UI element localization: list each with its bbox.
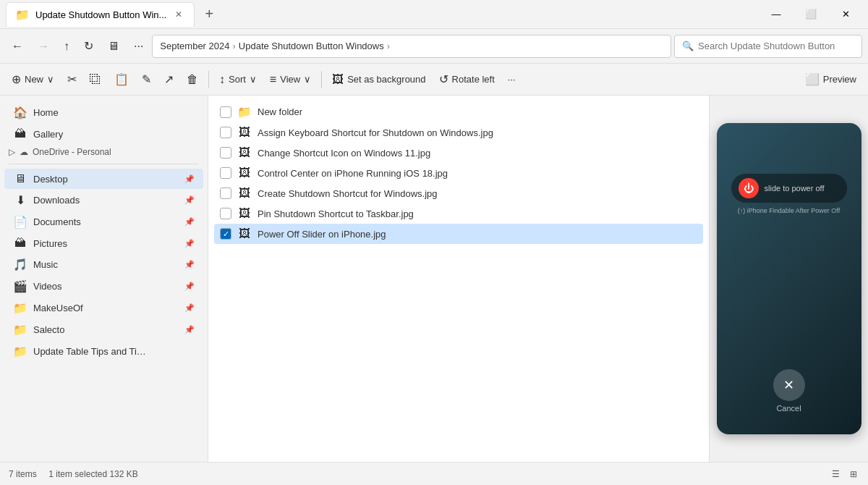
new-tab-button[interactable]: + (199, 4, 219, 24)
documents-icon: 📄 (13, 215, 27, 229)
copy-button[interactable]: ⿻ (84, 67, 107, 92)
paste-button[interactable]: 📋 (109, 67, 135, 92)
up-button[interactable]: ↑ (58, 35, 75, 57)
list-item[interactable]: 📁 New folder (214, 101, 703, 122)
file-checkbox[interactable] (220, 167, 231, 179)
file-checkbox[interactable] (220, 127, 231, 138)
search-box[interactable]: 🔍 (674, 35, 862, 58)
image-icon: 🖼 (237, 227, 252, 240)
minimize-button[interactable]: — (760, 4, 793, 25)
sort-dropdown-icon: ∨ (250, 74, 257, 85)
back-button[interactable]: ← (6, 35, 29, 57)
slide-to-power-off-text: slide to power off (765, 184, 825, 193)
file-checkbox[interactable] (220, 147, 231, 159)
list-view-icon[interactable]: ☰ (830, 467, 842, 481)
file-name: Create Shutdown Shortcut for Windows.jpg (258, 188, 438, 199)
sidebar-item-home[interactable]: 🏠 Home (4, 102, 203, 123)
sidebar-group-onedrive[interactable]: ▷ ☁ OneDrive - Personal (0, 145, 208, 159)
refresh-button[interactable]: ↻ (78, 35, 99, 57)
list-item[interactable]: ✓ 🖼 Power Off Slider on iPhone.jpg (214, 224, 703, 244)
set-background-button[interactable]: 🖼 Set as background (326, 67, 431, 92)
onedrive-label: OneDrive - Personal (33, 147, 111, 157)
downloads-pin-icon: 📌 (184, 195, 195, 205)
set-background-label: Set as background (347, 74, 425, 85)
more-options-button[interactable]: ··· (502, 67, 522, 92)
sidebar-item-salecto[interactable]: 📁 Salecto 📌 (4, 319, 203, 340)
sidebar-item-videos[interactable]: 🎬 Videos 📌 (4, 276, 203, 297)
list-item[interactable]: 🖼 Assign Keyboard Shortcut for Shutdown … (214, 122, 703, 143)
rename-button[interactable]: ✎ (136, 67, 157, 92)
delete-button[interactable]: 🗑 (181, 67, 204, 92)
search-input[interactable] (698, 41, 854, 51)
cancel-label: Cancel (776, 404, 801, 413)
preview-label: Preview (823, 74, 856, 85)
file-checkbox[interactable] (220, 106, 231, 118)
list-item[interactable]: 🖼 Change Shortcut Icon on Windows 11.jpg (214, 143, 703, 163)
sidebar-item-desktop[interactable]: 🖥 Desktop 📌 (4, 169, 203, 189)
paste-icon: 📋 (114, 72, 129, 86)
cut-button[interactable]: ✂ (61, 67, 82, 92)
list-item[interactable]: 🖼 Pin Shutdown Shortcut to Taskbar.jpg (214, 203, 703, 224)
pictures-icon: 🏔 (13, 237, 27, 250)
sidebar-item-downloads[interactable]: ⬇ Downloads 📌 (4, 190, 203, 211)
sidebar-downloads-label: Downloads (33, 195, 179, 206)
rotate-left-button[interactable]: ↺ Rotate left (433, 67, 501, 92)
music-icon: 🎵 (13, 258, 27, 271)
close-button[interactable]: ✕ (829, 4, 862, 25)
status-info: 7 items 1 item selected 132 KB (9, 469, 138, 479)
preview-button[interactable]: ⬜ Preview (799, 67, 862, 92)
preview-icon: ⬜ (805, 72, 820, 86)
rotate-left-label: Rotate left (452, 74, 495, 85)
sort-button[interactable]: ↕ Sort ∨ (213, 67, 263, 92)
salecto-pin-icon: 📌 (184, 325, 195, 334)
list-item[interactable]: 🖼 Create Shutdown Shortcut for Windows.j… (214, 183, 703, 203)
breadcrumb-folder[interactable]: Update Shutdown Button Windows (239, 41, 384, 51)
item-count: 7 items (9, 469, 37, 479)
file-checkbox[interactable]: ✓ (220, 228, 231, 240)
music-pin-icon: 📌 (184, 260, 195, 269)
active-tab[interactable]: 📁 Update Shutdown Button Win... ✕ (6, 2, 195, 27)
file-name: Pin Shutdown Shortcut to Taskbar.jpg (258, 208, 414, 219)
desktop-pin-icon: 📌 (184, 174, 195, 184)
grid-view-icon[interactable]: ⊞ (848, 467, 859, 481)
sidebar-item-updatetable[interactable]: 📁 Update Table Tips and Tips in Wor... (4, 341, 203, 362)
share-button[interactable]: ↗ (158, 67, 179, 92)
tab-close-button[interactable]: ✕ (172, 8, 185, 21)
folder-icon: 📁 (237, 105, 252, 119)
downloads-icon: ⬇ (13, 193, 27, 207)
videos-icon: 🎬 (13, 279, 27, 293)
more-nav-button[interactable]: ··· (128, 35, 149, 57)
delete-icon: 🗑 (187, 73, 198, 86)
salecto-icon: 📁 (13, 323, 27, 337)
search-icon: 🔍 (682, 41, 694, 51)
file-checkbox[interactable] (220, 208, 231, 219)
sidebar-item-gallery[interactable]: 🏔 Gallery (4, 124, 203, 144)
file-area: 📁 New folder 🖼 Assign Keyboard Shortcut … (208, 96, 709, 462)
sidebar-item-makeuseoff[interactable]: 📁 MakeUseOf 📌 (4, 298, 203, 319)
maximize-button[interactable]: ⬜ (794, 4, 827, 25)
file-name: New folder (258, 106, 302, 117)
toolbar-separator-2 (321, 71, 322, 88)
sidebar-item-pictures[interactable]: 🏔 Pictures 📌 (4, 233, 203, 253)
image-icon: 🖼 (237, 166, 252, 180)
nav-bar: ← → ↑ ↻ 🖥 ··· September 2024 › Update Sh… (0, 29, 868, 64)
sidebar-item-documents[interactable]: 📄 Documents 📌 (4, 211, 203, 232)
new-button[interactable]: ⊕ New ∨ (6, 67, 60, 92)
breadcrumb-september[interactable]: September 2024 (160, 41, 229, 51)
display-button[interactable]: 🖥 (102, 35, 125, 57)
sidebar-gallery-label: Gallery (33, 129, 195, 140)
view-button[interactable]: ≡ View ∨ (264, 67, 317, 92)
toolbar: ⊕ New ∨ ✂ ⿻ 📋 ✎ ↗ 🗑 ↕ Sort ∨ ≡ View ∨ 🖼 … (0, 64, 868, 96)
rotate-left-icon: ↺ (439, 72, 448, 86)
sidebar-item-music[interactable]: 🎵 Music 📌 (4, 254, 203, 275)
gallery-icon: 🏔 (13, 127, 27, 140)
view-icon: ≡ (270, 73, 276, 86)
cut-icon: ✂ (67, 72, 77, 86)
desktop-icon: 🖥 (13, 172, 27, 185)
tab-folder-icon: 📁 (15, 8, 30, 22)
list-item[interactable]: 🖼 Control Center on iPhone Running iOS 1… (214, 163, 703, 183)
makeuseoff-pin-icon: 📌 (184, 303, 195, 313)
forward-button[interactable]: → (32, 35, 55, 57)
view-label: View (280, 74, 300, 85)
file-checkbox[interactable] (220, 187, 231, 199)
